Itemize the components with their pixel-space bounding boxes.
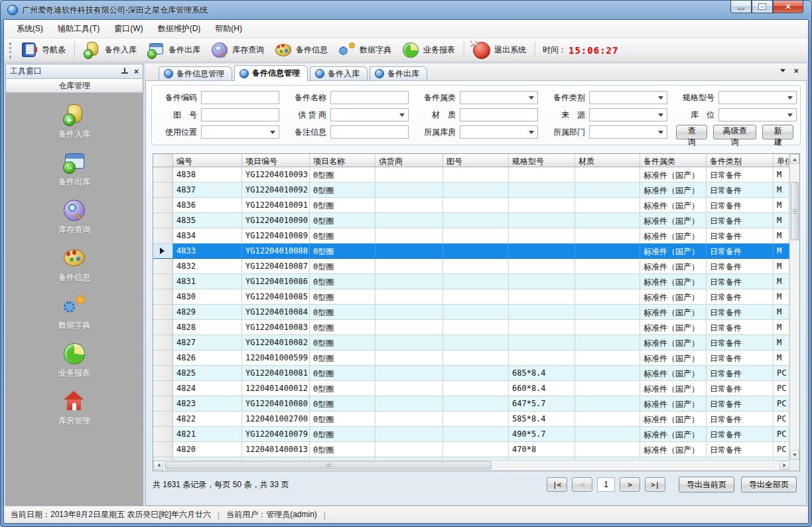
grid-cell[interactable]: 0型圈 bbox=[310, 335, 375, 350]
grid-cell[interactable] bbox=[575, 167, 640, 182]
grid-cell[interactable] bbox=[375, 381, 443, 396]
row-indicator[interactable] bbox=[153, 427, 173, 441]
grid-cell[interactable] bbox=[375, 228, 443, 243]
table-row[interactable]: 482012204014000130型圈470*8标准件（国产）日常备件PC bbox=[153, 442, 789, 457]
grid-cell[interactable]: 4834 bbox=[173, 228, 242, 243]
grid-cell[interactable] bbox=[575, 335, 640, 350]
grid-cell[interactable] bbox=[443, 442, 509, 457]
grid-cell[interactable] bbox=[575, 289, 640, 304]
grid-cell[interactable] bbox=[443, 412, 509, 426]
table-row[interactable]: 4821YG122040100790型圈490*5.7标准件（国产）日常备件PC bbox=[153, 427, 789, 442]
grid-cell[interactable] bbox=[575, 305, 640, 319]
grid-cell[interactable]: 4838 bbox=[173, 167, 242, 182]
scroll-up-button[interactable] bbox=[790, 154, 799, 164]
grid-cell[interactable]: YG12204010091 bbox=[242, 198, 310, 212]
grid-cell[interactable]: 0型圈 bbox=[310, 350, 375, 365]
grid-cell[interactable] bbox=[575, 350, 640, 365]
menu-item-tools[interactable]: 辅助工具(T) bbox=[50, 21, 107, 37]
grid-cell[interactable] bbox=[443, 228, 509, 243]
toolbar-button-inventory-query[interactable]: 库存查询 bbox=[206, 40, 269, 61]
grid-cell[interactable] bbox=[443, 274, 509, 289]
table-row[interactable]: 4829YG122040100840型圈标准件（国产）日常备件M bbox=[153, 305, 789, 320]
grid-cell[interactable]: 标准件（国产） bbox=[640, 381, 707, 396]
grid-cell[interactable] bbox=[509, 213, 575, 228]
maximize-button[interactable] bbox=[752, 1, 773, 13]
grid-cell[interactable]: 日常备件 bbox=[707, 305, 774, 319]
column-header-3[interactable]: 供货商 bbox=[375, 154, 443, 167]
grid-cell[interactable]: 0型圈 bbox=[310, 183, 375, 197]
sidebar-item-parts-outbound[interactable]: 备件出库 bbox=[58, 151, 90, 188]
row-indicator[interactable] bbox=[153, 289, 173, 304]
minimize-button[interactable] bbox=[730, 1, 752, 13]
grid-cell[interactable]: 0型圈 bbox=[310, 198, 375, 212]
grid-cell[interactable]: 1220401000599 bbox=[242, 350, 310, 365]
menu-item-window[interactable]: 窗口(W) bbox=[107, 21, 150, 37]
grid-cell[interactable] bbox=[375, 305, 443, 319]
grid-cell[interactable] bbox=[443, 366, 509, 380]
sidebar-item-parts-inbound[interactable]: 备件入库 bbox=[58, 104, 90, 140]
column-header-2[interactable]: 项目名称 bbox=[310, 154, 375, 167]
material-input[interactable] bbox=[460, 108, 538, 121]
menu-item-system[interactable]: 系统(S) bbox=[9, 21, 50, 37]
grid-cell[interactable]: 标准件（国产） bbox=[640, 412, 707, 426]
row-indicator[interactable] bbox=[153, 350, 173, 365]
grid-cell[interactable] bbox=[443, 335, 509, 350]
grid-cell[interactable]: 4822 bbox=[173, 412, 242, 426]
toolbar-button-exit-system[interactable]: 退出系统 bbox=[468, 40, 531, 61]
page-number-input[interactable] bbox=[597, 477, 615, 492]
grid-cell[interactable]: M bbox=[774, 198, 789, 212]
grid-cell[interactable]: 标准件（国产） bbox=[640, 442, 707, 457]
grid-cell[interactable]: 0型圈 bbox=[310, 213, 375, 228]
grid-cell[interactable]: 1220401400012 bbox=[242, 381, 310, 396]
grid-cell[interactable]: YG12204010093 bbox=[242, 167, 310, 182]
sidebar-item-business-report[interactable]: 业务报表 bbox=[58, 342, 90, 379]
grid-cell[interactable]: YG12204010082 bbox=[242, 335, 310, 350]
grid-cell[interactable]: M bbox=[774, 320, 789, 335]
grid-cell[interactable]: PC bbox=[774, 381, 789, 396]
grid-cell[interactable]: M bbox=[774, 305, 789, 319]
grid-cell[interactable] bbox=[575, 198, 640, 212]
grid-cell[interactable] bbox=[575, 381, 640, 396]
grid-cell[interactable]: 0型圈 bbox=[310, 320, 375, 335]
table-row[interactable]: 4834YG122040100890型圈标准件（国产）日常备件M bbox=[153, 228, 789, 244]
grid-cell[interactable] bbox=[443, 259, 509, 273]
column-header-5[interactable]: 规格型号 bbox=[509, 154, 575, 167]
grid-cell[interactable]: M bbox=[774, 228, 789, 243]
sidebar-item-warehouse-management[interactable]: 库房管理 bbox=[58, 390, 90, 427]
grid-cell[interactable]: PC bbox=[774, 366, 789, 380]
grid-cell[interactable]: 标准件（国产） bbox=[640, 350, 707, 365]
grid-cell[interactable] bbox=[575, 427, 640, 441]
grid-cell[interactable]: 日常备件 bbox=[707, 228, 774, 243]
grid-cell[interactable]: 0型圈 bbox=[310, 228, 375, 243]
grid-cell[interactable]: 0型圈 bbox=[310, 244, 375, 258]
table-row[interactable]: 4831YG122040100860型圈标准件（国产）日常备件M bbox=[153, 274, 789, 289]
grid-cell[interactable] bbox=[509, 183, 575, 197]
grid-cell[interactable]: 0型圈 bbox=[310, 381, 375, 396]
grid-cell[interactable]: 4827 bbox=[173, 335, 242, 350]
pin-icon[interactable] bbox=[121, 68, 128, 75]
grid-cell[interactable]: 4831 bbox=[173, 274, 242, 289]
grid-cell[interactable] bbox=[575, 442, 640, 457]
row-indicator[interactable] bbox=[153, 228, 173, 243]
grid-cell[interactable] bbox=[509, 244, 575, 258]
grid-cell[interactable]: 585*8.4 bbox=[509, 412, 575, 426]
column-header-6[interactable]: 材质 bbox=[575, 154, 640, 167]
table-row[interactable]: 4836YG122040100910型圈标准件（国产）日常备件M bbox=[153, 198, 789, 213]
grid-cell[interactable]: 标准件（国产） bbox=[640, 228, 707, 243]
row-indicator[interactable] bbox=[153, 244, 173, 258]
grid-cell[interactable] bbox=[375, 259, 443, 273]
supplier-select[interactable] bbox=[330, 108, 409, 121]
grid-cell[interactable] bbox=[575, 228, 640, 243]
grid-cell[interactable] bbox=[509, 198, 575, 212]
toolbar-button-parts-info[interactable]: 备件信息 bbox=[269, 40, 333, 61]
grid-cell[interactable]: 4823 bbox=[173, 396, 242, 411]
grid-cell[interactable]: 标准件（国产） bbox=[640, 366, 707, 380]
grid-cell[interactable]: M bbox=[774, 167, 789, 182]
grid-cell[interactable]: 0型圈 bbox=[310, 396, 375, 411]
grid-cell[interactable] bbox=[443, 289, 509, 304]
vertical-scroll-thumb[interactable] bbox=[791, 182, 799, 240]
warehouse-select[interactable] bbox=[460, 125, 538, 139]
grid-cell[interactable] bbox=[509, 289, 575, 304]
grid-cell[interactable]: YG12204010079 bbox=[242, 427, 310, 441]
grid-cell[interactable]: 4833 bbox=[173, 244, 242, 258]
